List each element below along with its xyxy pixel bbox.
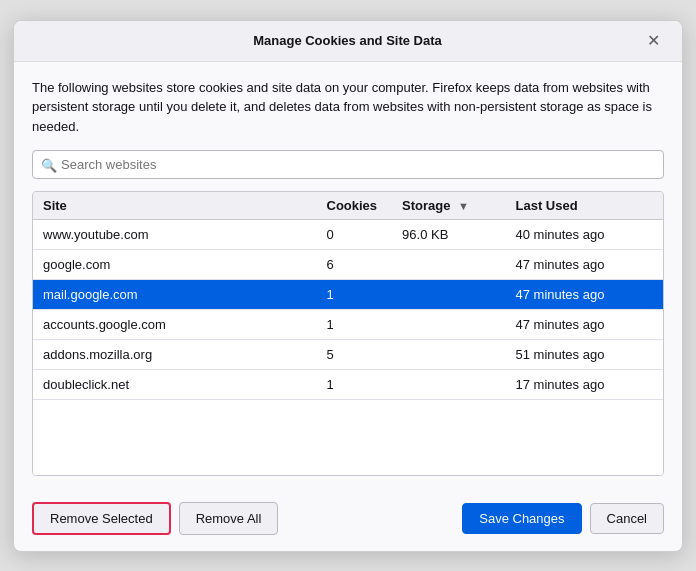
- close-button[interactable]: ✕: [641, 31, 666, 51]
- cell-site: accounts.google.com: [33, 310, 317, 340]
- sort-arrow-icon: ▼: [458, 200, 469, 212]
- col-header-cookies: Cookies: [317, 192, 393, 220]
- remove-selected-button[interactable]: Remove Selected: [32, 502, 171, 535]
- cell-last-used: 51 minutes ago: [505, 340, 663, 370]
- description-text: The following websites store cookies and…: [32, 78, 664, 137]
- dialog-body: The following websites store cookies and…: [14, 62, 682, 476]
- col-header-storage[interactable]: Storage ▼: [392, 192, 505, 220]
- cell-cookies: 1: [317, 310, 393, 340]
- cell-site: www.youtube.com: [33, 220, 317, 250]
- table-row[interactable]: doubleclick.net117 minutes ago: [33, 370, 663, 400]
- table-header-row: Site Cookies Storage ▼ Last Used: [33, 192, 663, 220]
- cell-storage: [392, 340, 505, 370]
- col-header-site: Site: [33, 192, 317, 220]
- sites-table-container: Site Cookies Storage ▼ Last Used www.you…: [32, 191, 664, 476]
- manage-cookies-dialog: Manage Cookies and Site Data ✕ The follo…: [13, 20, 683, 552]
- dialog-title: Manage Cookies and Site Data: [54, 33, 641, 48]
- cell-cookies: 1: [317, 280, 393, 310]
- cell-storage: [392, 250, 505, 280]
- table-row[interactable]: www.youtube.com096.0 KB40 minutes ago: [33, 220, 663, 250]
- empty-row: [33, 400, 663, 475]
- cell-site: mail.google.com: [33, 280, 317, 310]
- save-changes-button[interactable]: Save Changes: [462, 503, 581, 534]
- cell-storage: [392, 310, 505, 340]
- cell-site: google.com: [33, 250, 317, 280]
- cell-storage: [392, 370, 505, 400]
- table-row[interactable]: mail.google.com147 minutes ago: [33, 280, 663, 310]
- cell-last-used: 47 minutes ago: [505, 280, 663, 310]
- cell-storage: [392, 280, 505, 310]
- sites-table: Site Cookies Storage ▼ Last Used www.you…: [33, 192, 663, 475]
- title-bar: Manage Cookies and Site Data ✕: [14, 21, 682, 62]
- table-row[interactable]: google.com647 minutes ago: [33, 250, 663, 280]
- table-row[interactable]: accounts.google.com147 minutes ago: [33, 310, 663, 340]
- right-buttons: Save Changes Cancel: [462, 503, 664, 534]
- table-body: www.youtube.com096.0 KB40 minutes agogoo…: [33, 220, 663, 475]
- cell-last-used: 47 minutes ago: [505, 310, 663, 340]
- cell-cookies: 5: [317, 340, 393, 370]
- cancel-button[interactable]: Cancel: [590, 503, 664, 534]
- col-header-last-used: Last Used: [505, 192, 663, 220]
- cell-cookies: 6: [317, 250, 393, 280]
- cell-last-used: 17 minutes ago: [505, 370, 663, 400]
- remove-all-button[interactable]: Remove All: [179, 502, 279, 535]
- left-buttons: Remove Selected Remove All: [32, 502, 278, 535]
- cell-site: addons.mozilla.org: [33, 340, 317, 370]
- table-row[interactable]: addons.mozilla.org551 minutes ago: [33, 340, 663, 370]
- cell-cookies: 1: [317, 370, 393, 400]
- cell-last-used: 47 minutes ago: [505, 250, 663, 280]
- cell-storage: 96.0 KB: [392, 220, 505, 250]
- search-icon: 🔍: [41, 157, 57, 172]
- search-container: 🔍: [32, 150, 664, 179]
- search-input[interactable]: [32, 150, 664, 179]
- cell-site: doubleclick.net: [33, 370, 317, 400]
- button-row: Remove Selected Remove All Save Changes …: [14, 490, 682, 551]
- cell-cookies: 0: [317, 220, 393, 250]
- cell-last-used: 40 minutes ago: [505, 220, 663, 250]
